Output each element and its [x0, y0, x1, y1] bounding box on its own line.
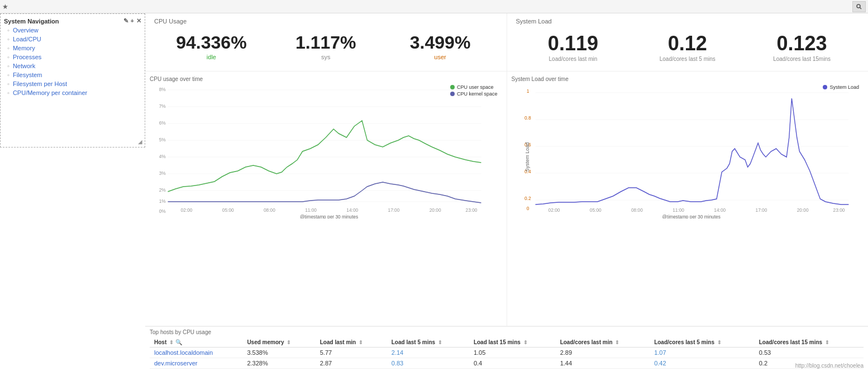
col-cores-5: Load/cores last 5 mins ⇕: [650, 337, 755, 348]
svg-text:7%: 7%: [159, 103, 166, 109]
search-button[interactable]: [852, 1, 866, 12]
col-host: Host ⇕ 🔍: [150, 337, 242, 348]
cpu-metric-label: sys: [271, 54, 381, 60]
table-head: Host ⇕ 🔍 Used memory ⇕ Load last min ⇕ L…: [150, 337, 864, 348]
svg-text:4%: 4%: [159, 154, 166, 159]
svg-text:1: 1: [526, 88, 529, 94]
table-body: localhost.localdomain 3.538% 5.77 2.14 1…: [150, 348, 864, 369]
system-load-panel: System Load 0.119Load/cores last min0.12…: [507, 13, 869, 71]
svg-text:14:00: 14:00: [346, 207, 358, 213]
svg-text:2%: 2%: [159, 187, 166, 193]
star-icon: ★: [2, 3, 8, 11]
cpu-usage-panel: CPU Usage 94.336%idle1.117%sys3.499%user: [145, 13, 507, 71]
load-metric-load/cores-last-5-mins: 0.12Load/cores last 5 mins: [630, 29, 745, 66]
cpu-metric-label: idle: [156, 54, 266, 60]
load-5-cell: 2.14: [387, 348, 469, 358]
col-load-5: Load last 5 mins ⇕: [387, 337, 469, 348]
svg-text:6%: 6%: [159, 120, 166, 126]
cores-min-cell: 2.89: [556, 348, 650, 358]
metrics-row: CPU Usage 94.336%idle1.117%sys3.499%user…: [145, 13, 868, 72]
sidebar-item-load-cpu[interactable]: Load/CPU: [1, 35, 145, 44]
main-layout: System Navigation ✎ + ✕ OverviewLoad/CPU…: [0, 13, 868, 371]
svg-text:17:00: 17:00: [388, 207, 400, 213]
cpu-metric-idle: 94.336%idle: [154, 29, 269, 65]
cores-15-cell: 0.53: [755, 348, 864, 358]
svg-text:17:00: 17:00: [755, 207, 767, 213]
load-metric-load/cores-last-min: 0.119Load/cores last min: [516, 29, 631, 66]
col-load-15: Load last 15 mins ⇕: [469, 337, 556, 348]
cpu-kernel-label: CPU kernel space: [457, 91, 498, 97]
close-icon[interactable]: ✕: [136, 17, 141, 25]
host-cell[interactable]: localhost.localdomain: [150, 348, 242, 358]
table-section: Top hosts by CPU usage Host ⇕ 🔍 Used mem…: [145, 326, 868, 371]
table-row: localhost.localdomain 3.538% 5.77 2.14 1…: [150, 348, 864, 358]
watermark: http://blog.csdn.net/choelea: [795, 363, 864, 369]
sidebar-icons: ✎ + ✕: [123, 17, 141, 25]
load-metric-label: Load/cores last min: [518, 56, 628, 62]
svg-text:11:00: 11:00: [673, 207, 684, 213]
resize-handle[interactable]: ◢: [138, 139, 142, 145]
sidebar-item-processes[interactable]: Processes: [1, 53, 145, 61]
svg-text:1%: 1%: [159, 198, 166, 204]
cpu-kernel-legend: CPU kernel space: [450, 91, 498, 97]
sidebar: System Navigation ✎ + ✕ OverviewLoad/CPU…: [0, 13, 145, 148]
sidebar-item-memory[interactable]: Memory: [1, 44, 145, 53]
system-load-legend-item: System Load: [823, 84, 859, 90]
system-load-title: System Load: [516, 18, 860, 25]
svg-text:02:00: 02:00: [181, 207, 193, 213]
cpu-metric-value: 3.499%: [385, 34, 495, 51]
cpu-chart-title: CPU usage over time: [150, 76, 502, 82]
cpu-metric-value: 94.336%: [156, 34, 266, 51]
cpu-metric-sys: 1.117%sys: [269, 29, 383, 65]
cpu-metric-user: 3.499%user: [383, 29, 498, 65]
load-min-cell: 5.77: [316, 348, 387, 358]
sidebar-item-overview[interactable]: Overview: [1, 26, 145, 35]
system-load-chart-title: System Load over time: [512, 76, 864, 82]
cpu-chart-container: CPU user space CPU kernel space 8% 7% 6%…: [150, 84, 502, 230]
col-cores-min: Load/cores last min ⇕: [556, 337, 650, 348]
sidebar-title: System Navigation: [4, 18, 59, 25]
svg-text:0: 0: [526, 206, 529, 211]
sidebar-item-filesystem-per-host[interactable]: Filesystem per Host: [1, 79, 145, 88]
svg-text:3%: 3%: [159, 170, 166, 176]
load-metric-value: 0.123: [747, 34, 857, 54]
table-header-row: Host ⇕ 🔍 Used memory ⇕ Load last min ⇕ L…: [150, 337, 864, 348]
svg-text:23:00: 23:00: [833, 207, 845, 213]
content-area: CPU Usage 94.336%idle1.117%sys3.499%user…: [145, 13, 868, 371]
add-icon[interactable]: +: [131, 17, 134, 25]
cpu-panel-title: CPU Usage: [154, 18, 498, 25]
load-min-cell: 2.87: [316, 358, 387, 369]
edit-icon[interactable]: ✎: [123, 17, 128, 25]
sidebar-item-filesystem[interactable]: Filesystem: [1, 70, 145, 79]
top-bar: ★: [0, 0, 868, 13]
svg-text:05:00: 05:00: [222, 207, 234, 213]
svg-text:0%: 0%: [159, 208, 166, 214]
svg-line-1: [860, 7, 862, 9]
hosts-table: Host ⇕ 🔍 Used memory ⇕ Load last min ⇕ L…: [150, 337, 864, 369]
sidebar-item-network[interactable]: Network: [1, 61, 145, 70]
cpu-chart-legend: CPU user space CPU kernel space: [450, 84, 498, 97]
search-col-icon[interactable]: 🔍: [175, 339, 182, 345]
svg-text:20:00: 20:00: [797, 207, 808, 213]
svg-text:11:00: 11:00: [305, 207, 317, 213]
col-cores-15: Load/cores last 15 mins ⇕: [755, 337, 864, 348]
svg-text:14:00: 14:00: [714, 207, 726, 213]
memory-cell: 3.538%: [242, 348, 315, 358]
sidebar-item-cpu-memory-per-container[interactable]: CPU/Memory per container: [1, 88, 145, 97]
system-load-metrics: 0.119Load/cores last min0.12Load/cores l…: [516, 29, 860, 66]
system-load-chart-container: System Load System Load 1 0.8 0.6 0.4 0.…: [512, 84, 864, 230]
table-title: Top hosts by CPU usage: [150, 329, 864, 335]
load-metric-value: 0.119: [518, 34, 628, 54]
host-cell[interactable]: dev.microserver: [150, 358, 242, 369]
svg-text:08:00: 08:00: [264, 207, 275, 213]
cpu-user-dot: [450, 85, 455, 89]
cpu-chart-panel: CPU usage over time CPU user space CPU k…: [145, 72, 507, 326]
system-load-label: System Load: [829, 84, 859, 90]
cores-5-cell: 1.07: [650, 348, 755, 358]
cpu-chart-svg: 8% 7% 6% 5% 4% 3% 2% 1% 0%: [150, 84, 502, 218]
col-memory: Used memory ⇕: [242, 337, 315, 348]
cpu-user-label: CPU user space: [457, 84, 494, 90]
svg-text:@timestamp per 30 minutes: @timestamp per 30 minutes: [300, 214, 359, 218]
svg-text:0.2: 0.2: [524, 196, 531, 201]
system-load-legend: System Load: [823, 84, 859, 90]
